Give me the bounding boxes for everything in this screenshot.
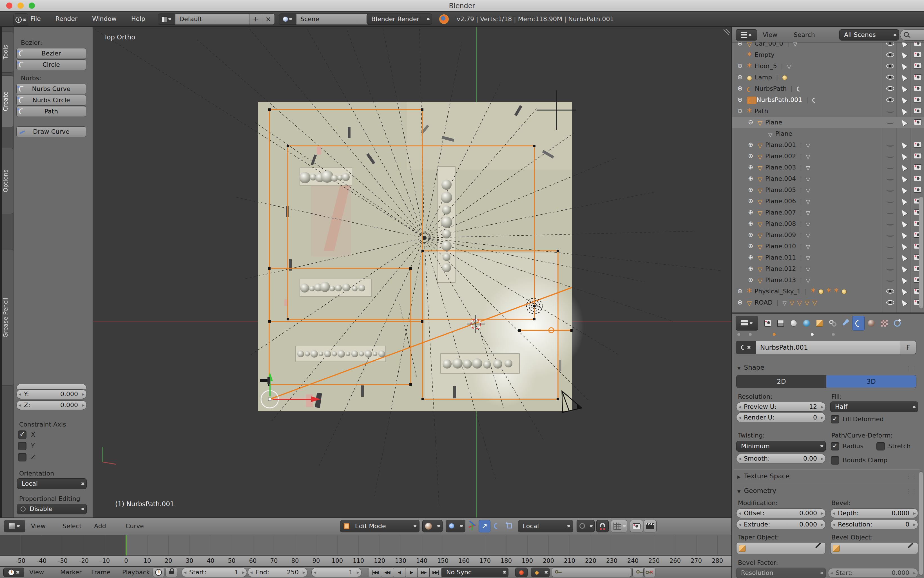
delete-keyframe-button[interactable]: × xyxy=(644,568,655,577)
outliner-row-road[interactable]: ⊕▽ROAD | ▽▽▽▽▽ xyxy=(732,297,924,308)
expand-icon[interactable]: ⊕ xyxy=(737,287,742,294)
taper-object-field[interactable] xyxy=(736,542,826,554)
auto-keyframe-toggle[interactable]: ◆ xyxy=(531,568,550,577)
visibility-eye-icon[interactable] xyxy=(886,97,894,102)
renderability-camera-icon[interactable] xyxy=(914,153,922,159)
stretch-checkbox[interactable] xyxy=(877,442,885,450)
expand-icon[interactable]: ⊕ xyxy=(748,220,753,227)
screen-layout-name[interactable]: Default xyxy=(175,14,249,24)
timeline-ruler[interactable]: -50-40-30-20-100102030405060708090100110… xyxy=(0,555,731,567)
bevel-factor-start-field[interactable]: Start:0.000 xyxy=(828,568,918,578)
tool-button-nurbs-circle[interactable]: Nurbs Circle xyxy=(16,95,86,106)
ground-plane[interactable] xyxy=(258,102,584,411)
curve-data-selector[interactable] xyxy=(736,341,756,354)
add-layout-button[interactable]: + xyxy=(249,14,262,24)
outliner-row-plane[interactable]: ▽Plane xyxy=(732,128,924,140)
outliner-row-plane-007[interactable]: ⊕▽Plane.007 | ▽ xyxy=(732,207,924,218)
tool-button-circle[interactable]: Circle xyxy=(16,59,86,70)
visibility-eye-closed-icon[interactable] xyxy=(887,244,894,248)
current-frame-line[interactable] xyxy=(125,535,127,555)
frame-start-field[interactable]: Start: 1 xyxy=(182,568,247,577)
record-button[interactable] xyxy=(515,568,528,577)
constraint-axis-y-checkbox[interactable] xyxy=(18,442,26,450)
renderability-camera-icon[interactable] xyxy=(914,52,922,57)
visibility-eye-icon[interactable] xyxy=(886,42,894,46)
selectability-cursor-icon[interactable] xyxy=(900,265,907,273)
outliner-row-plane-008[interactable]: ⊕▽Plane.008 | ▽ xyxy=(732,218,924,229)
selectability-cursor-icon[interactable] xyxy=(900,242,907,250)
menu-file[interactable]: File xyxy=(31,15,41,22)
outliner-row-path[interactable]: ⊖*Path xyxy=(732,106,924,117)
visibility-eye-icon[interactable] xyxy=(886,75,894,80)
scene-name[interactable]: Scene xyxy=(296,14,376,24)
2d-button[interactable]: 2D xyxy=(737,375,826,388)
object-name[interactable]: Plane.005 xyxy=(765,187,796,193)
visibility-eye-icon[interactable] xyxy=(886,300,894,305)
expand-icon[interactable]: ⊕ xyxy=(748,231,753,238)
renderability-camera-icon[interactable] xyxy=(914,187,922,193)
play-reverse-button[interactable]: ◀ xyxy=(393,568,405,577)
expand-icon[interactable]: ⊕ xyxy=(737,73,742,81)
visibility-eye-icon[interactable] xyxy=(886,86,894,91)
geometry-section-header[interactable]: Geometry xyxy=(737,487,776,494)
properties-tab-modifiers[interactable] xyxy=(839,316,852,331)
menu-window[interactable]: Window xyxy=(92,15,117,22)
outliner-row-physical-sky-1[interactable]: ⊕*Physical_Sky_1 | *** xyxy=(732,286,924,297)
outliner-scrollbar-thumb[interactable] xyxy=(919,196,923,309)
render-engine-select[interactable]: Blender Render xyxy=(367,13,432,25)
snap-element-select[interactable] xyxy=(611,520,627,533)
shape-section-header[interactable]: Shape xyxy=(737,364,764,371)
object-name[interactable]: Physical_Sky_1 xyxy=(755,288,801,295)
menu-playback[interactable]: Playback xyxy=(122,569,150,576)
object-name[interactable]: Plane xyxy=(775,130,792,137)
tool-button-draw-curve[interactable]: Draw Curve xyxy=(16,127,86,137)
extrude-field[interactable]: Extrude:0.000 xyxy=(736,520,826,529)
editor-type-timeline-button[interactable] xyxy=(3,568,24,577)
viewport-shading-select[interactable] xyxy=(422,520,443,533)
outliner-row-empty[interactable]: *Empty xyxy=(732,49,924,60)
preview-u-field[interactable]: Preview U:12 xyxy=(736,402,826,412)
rotate-manipulator-button[interactable] xyxy=(491,520,503,533)
selectability-cursor-icon[interactable] xyxy=(900,62,907,70)
outliner-row-plane-011[interactable]: ⊕▽Plane.011 | ▽ xyxy=(732,252,924,263)
object-name[interactable]: NurbsPath.001 xyxy=(757,96,802,103)
expand-icon[interactable]: ⊕ xyxy=(748,164,753,170)
object-name[interactable]: Lamp xyxy=(755,74,772,81)
properties-scrollbar-thumb[interactable] xyxy=(919,471,923,575)
texture-space-section-header[interactable]: Texture Space xyxy=(737,472,789,480)
3d-viewport[interactable]: Top Ortho (1) NurbsPath.001 xyxy=(93,27,731,518)
collapse-icon[interactable]: ⊖ xyxy=(737,107,742,114)
expand-icon[interactable]: ⊕ xyxy=(748,186,753,193)
editor-type-properties-button[interactable] xyxy=(736,316,758,331)
outliner-row-plane-010[interactable]: ⊕▽Plane.010 | ▽ xyxy=(732,241,924,252)
expand-icon[interactable]: ⊕ xyxy=(748,152,753,159)
object-name[interactable]: Plane.013 xyxy=(765,276,796,284)
expand-icon[interactable]: ⊕ xyxy=(737,299,742,306)
bounds-clamp-checkbox[interactable] xyxy=(831,456,839,464)
selectability-cursor-icon[interactable] xyxy=(900,219,907,227)
renderability-camera-icon[interactable] xyxy=(914,119,922,125)
fill-mode-select[interactable]: Half xyxy=(830,401,918,412)
outliner-row-plane-013[interactable]: ⊕▽Plane.013 | ▽ xyxy=(732,274,924,286)
editor-type-3d-view-button[interactable] xyxy=(4,520,25,533)
orientation-select[interactable]: Local xyxy=(17,478,87,489)
object-name[interactable]: Car_00_0 xyxy=(755,42,783,47)
menu-help[interactable]: Help xyxy=(131,15,145,22)
visibility-eye-icon[interactable] xyxy=(886,63,894,68)
selectability-cursor-icon[interactable] xyxy=(900,197,907,205)
expand-icon[interactable]: ⊕ xyxy=(748,141,753,148)
menu-marker[interactable]: Marker xyxy=(60,569,82,576)
outliner-row-floor-5[interactable]: ⊕*Floor_5 | ▽ xyxy=(732,60,924,72)
selectability-cursor-icon[interactable] xyxy=(900,186,907,194)
expand-icon[interactable]: ⊕ xyxy=(737,96,742,103)
visibility-eye-icon[interactable] xyxy=(886,52,894,57)
mode-select[interactable]: Edit Mode xyxy=(340,520,419,533)
renderability-camera-icon[interactable] xyxy=(914,42,922,46)
selectability-cursor-icon[interactable] xyxy=(900,141,907,149)
sync-mode-select[interactable]: No Sync xyxy=(442,568,508,577)
play-button[interactable]: ▶ xyxy=(405,568,417,577)
selectability-cursor-icon[interactable] xyxy=(900,51,907,58)
visibility-eye-closed-icon[interactable] xyxy=(887,233,894,237)
radius-checkbox[interactable] xyxy=(831,442,839,450)
tool-button-nurbs-curve[interactable]: Nurbs Curve xyxy=(16,84,86,94)
